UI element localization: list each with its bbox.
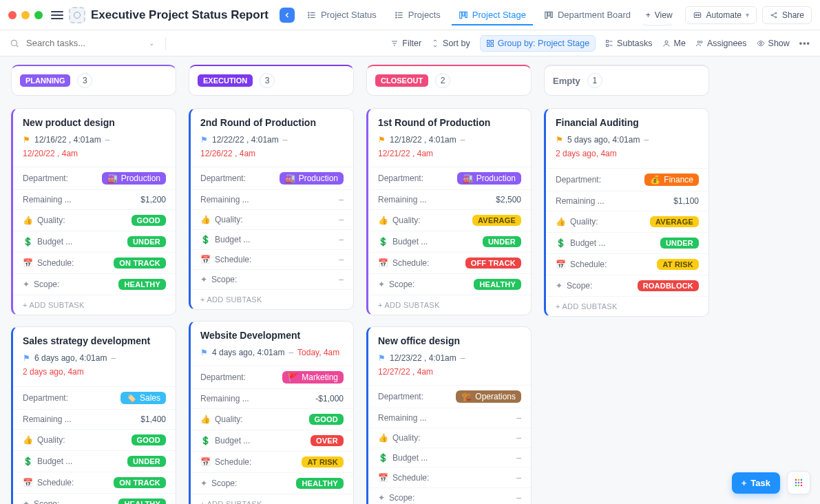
department-pill[interactable]: 🏗️Operations xyxy=(456,390,521,403)
assignees-label: Assignees xyxy=(707,39,747,48)
tab-project-status[interactable]: Project Status xyxy=(300,6,383,25)
department-pill[interactable]: 🏷️Sales xyxy=(120,392,166,404)
column-header[interactable]: EXECUTION3 xyxy=(189,65,354,96)
assignees-button[interactable]: Assignees xyxy=(695,39,747,48)
date-separator: – xyxy=(283,135,288,145)
task-card[interactable]: 1st Round of Production⚑12/18/22 , 4:01a… xyxy=(366,108,532,315)
svg-point-48 xyxy=(798,479,800,481)
column-header[interactable]: Empty1 xyxy=(544,65,709,96)
row-budget: 💲Budget ...– xyxy=(191,229,353,249)
end-date: 12/21/22 , 4am xyxy=(378,149,433,158)
sort-button[interactable]: Sort by xyxy=(431,39,470,48)
empty-value: – xyxy=(339,215,344,224)
status-pill: HEALTHY xyxy=(118,279,166,290)
flag-icon: ⚑ xyxy=(200,135,208,145)
status-pill: ON TRACK xyxy=(114,477,166,488)
row-remaining: Remaining ...– xyxy=(368,408,531,428)
field-label: Department: xyxy=(378,174,423,183)
top-actions: + View Automate ▾ Share xyxy=(639,6,812,24)
menu-icon[interactable] xyxy=(51,9,63,21)
row-remaining: Remaining ...$1,400 xyxy=(13,409,176,429)
field-label: Scope: xyxy=(34,280,59,289)
svg-point-53 xyxy=(795,485,797,487)
new-task-button[interactable]: + Task xyxy=(732,472,780,494)
dates: ⚑12/22/22 , 4:01am–12/26/22 , 4am xyxy=(200,135,344,158)
search-field[interactable]: ⌄ xyxy=(10,37,154,49)
column-closeout: CLOSEOUT21st Round of Production⚑12/18/2… xyxy=(366,65,532,504)
field-label: Department: xyxy=(23,393,68,403)
department-pill[interactable]: 💰Finance xyxy=(644,174,699,186)
svg-point-11 xyxy=(396,14,397,15)
department-name: Production xyxy=(121,174,160,183)
stage-label: CLOSEOUT xyxy=(375,74,428,87)
svg-rect-36 xyxy=(491,40,494,43)
column-count: 2 xyxy=(435,73,450,88)
group-by-chip[interactable]: Group by: Project Stage xyxy=(480,35,596,52)
task-card[interactable]: Website Development⚑4 days ago, 4:01am–T… xyxy=(189,321,354,504)
svg-point-50 xyxy=(795,482,797,484)
me-button[interactable]: Me xyxy=(662,39,686,48)
department-pill[interactable]: 🚩Marketing xyxy=(282,371,344,384)
status-pill: HEALTHY xyxy=(474,279,521,290)
divider xyxy=(165,37,166,50)
add-subtask-button[interactable]: + ADD SUBTASK xyxy=(191,494,353,504)
show-label: Show xyxy=(768,39,790,48)
subtasks-label: Subtasks xyxy=(617,39,652,48)
date-separator: – xyxy=(644,135,649,145)
start-date: 5 days ago, 4:01am xyxy=(567,135,640,145)
minimize-window-icon[interactable] xyxy=(21,11,30,19)
add-subtask-button[interactable]: + ADD SUBTASK xyxy=(368,295,531,315)
show-button[interactable]: Show xyxy=(757,39,790,48)
dates: ⚑12/16/22 , 4:01am–12/20/22 , 4am xyxy=(23,135,166,158)
add-subtask-button[interactable]: + ADD SUBTASK xyxy=(191,289,353,309)
department-icon: 💰 xyxy=(650,175,660,185)
row-scope: ✦Scope:– xyxy=(191,269,353,289)
close-window-icon[interactable] xyxy=(8,11,17,19)
svg-point-44 xyxy=(697,41,700,43)
row-scope: ✦Scope:HEALTHY xyxy=(13,273,176,295)
empty-value: – xyxy=(516,453,521,463)
status-pill: AVERAGE xyxy=(650,216,699,227)
search-input[interactable] xyxy=(25,37,121,49)
share-button[interactable]: Share xyxy=(762,6,812,24)
column-header[interactable]: PLANNING3 xyxy=(11,65,176,96)
task-card[interactable]: New office design⚑12/23/22 , 4:01am–12/2… xyxy=(366,326,532,504)
add-view-button[interactable]: + View xyxy=(639,7,680,23)
column-planning: PLANNING3New product design⚑12/16/22 , 4… xyxy=(11,65,176,504)
tab-projects[interactable]: Projects xyxy=(388,6,448,25)
svg-point-25 xyxy=(771,14,772,16)
more-icon[interactable]: ••• xyxy=(799,39,810,48)
flag-icon: ⚑ xyxy=(378,353,386,363)
tab-label: Project Stage xyxy=(472,10,526,20)
task-card[interactable]: Sales strategy development⚑6 days ago, 4… xyxy=(11,326,176,504)
add-subtask-button[interactable]: + ADD SUBTASK xyxy=(13,295,176,315)
status-pill: HEALTHY xyxy=(118,498,166,504)
subtasks-button[interactable]: Subtasks xyxy=(605,39,652,48)
svg-point-26 xyxy=(775,12,777,14)
maximize-window-icon[interactable] xyxy=(34,11,43,19)
department-icon: 🏭 xyxy=(463,174,473,183)
row-schedule: 📅Schedule:AT RISK xyxy=(191,451,353,472)
task-card[interactable]: New product design⚑12/16/22 , 4:01am–12/… xyxy=(11,108,176,315)
toolbar: ⌄ Filter Sort by Group by: Project Stage… xyxy=(0,30,820,56)
add-subtask-button[interactable]: + ADD SUBTASK xyxy=(546,296,708,316)
task-card[interactable]: Financial Auditing⚑5 days ago, 4:01am–2 … xyxy=(544,108,709,317)
tab-project-stage[interactable]: Project Stage xyxy=(452,6,533,25)
filter-button[interactable]: Filter xyxy=(390,39,421,48)
task-card[interactable]: 2nd Round of Production⚑12/22/22 , 4:01a… xyxy=(189,108,354,310)
department-pill[interactable]: 🏭Production xyxy=(457,172,521,185)
thumbs-up-icon: 👍 xyxy=(200,414,211,424)
automate-button[interactable]: Automate ▾ xyxy=(685,6,757,24)
apps-button[interactable] xyxy=(787,471,810,494)
chevron-down-icon[interactable]: ⌄ xyxy=(149,39,154,47)
department-pill[interactable]: 🏭Production xyxy=(102,172,166,185)
tab-label: Project Status xyxy=(321,10,377,20)
row-department: Department:🚩Marketing xyxy=(191,366,353,388)
department-pill[interactable]: 🏭Production xyxy=(280,172,344,185)
search-icon xyxy=(10,39,19,48)
back-button[interactable] xyxy=(280,8,295,23)
stage-label: PLANNING xyxy=(20,74,70,87)
tab-department-board[interactable]: Department Board xyxy=(537,6,638,25)
workspace-icon[interactable] xyxy=(69,7,85,23)
column-header[interactable]: CLOSEOUT2 xyxy=(366,65,532,96)
